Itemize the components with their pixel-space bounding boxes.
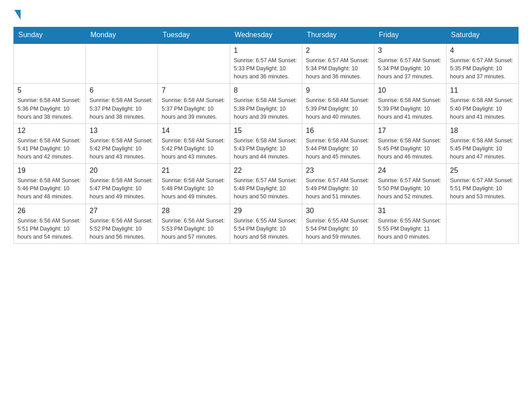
day-info: Sunrise: 6:58 AM Sunset: 5:37 PM Dayligh… bbox=[162, 96, 226, 120]
day-number: 18 bbox=[450, 127, 515, 135]
day-info: Sunrise: 6:56 AM Sunset: 5:53 PM Dayligh… bbox=[162, 217, 226, 241]
calendar-cell: 21Sunrise: 6:58 AM Sunset: 5:48 PM Dayli… bbox=[158, 164, 230, 204]
day-info: Sunrise: 6:58 AM Sunset: 5:42 PM Dayligh… bbox=[162, 137, 226, 161]
calendar-cell: 8Sunrise: 6:58 AM Sunset: 5:38 PM Daylig… bbox=[230, 84, 302, 124]
day-info: Sunrise: 6:58 AM Sunset: 5:44 PM Dayligh… bbox=[306, 137, 370, 161]
calendar-cell: 3Sunrise: 6:57 AM Sunset: 5:34 PM Daylig… bbox=[374, 43, 446, 84]
calendar-cell: 25Sunrise: 6:57 AM Sunset: 5:51 PM Dayli… bbox=[446, 164, 519, 204]
day-number: 10 bbox=[378, 86, 442, 94]
weekday-header-wednesday: Wednesday bbox=[230, 27, 302, 43]
weekday-header-thursday: Thursday bbox=[302, 27, 374, 43]
calendar-cell: 26Sunrise: 6:56 AM Sunset: 5:51 PM Dayli… bbox=[14, 204, 86, 244]
calendar-cell: 11Sunrise: 6:58 AM Sunset: 5:40 PM Dayli… bbox=[446, 84, 519, 124]
calendar-cell bbox=[158, 43, 230, 84]
day-info: Sunrise: 6:58 AM Sunset: 5:37 PM Dayligh… bbox=[90, 96, 154, 120]
day-number: 27 bbox=[90, 207, 154, 215]
day-info: Sunrise: 6:57 AM Sunset: 5:49 PM Dayligh… bbox=[306, 176, 370, 201]
day-info: Sunrise: 6:56 AM Sunset: 5:52 PM Dayligh… bbox=[90, 217, 154, 241]
day-number: 2 bbox=[306, 47, 370, 55]
calendar-cell: 19Sunrise: 6:58 AM Sunset: 5:46 PM Dayli… bbox=[14, 164, 86, 204]
day-number: 28 bbox=[162, 207, 226, 215]
calendar-week-row-2: 5Sunrise: 6:58 AM Sunset: 5:36 PM Daylig… bbox=[14, 84, 519, 124]
day-number: 23 bbox=[306, 167, 370, 175]
day-info: Sunrise: 6:55 AM Sunset: 5:55 PM Dayligh… bbox=[378, 217, 442, 241]
day-number: 26 bbox=[17, 207, 82, 215]
calendar-week-row-3: 12Sunrise: 6:58 AM Sunset: 5:41 PM Dayli… bbox=[14, 124, 519, 163]
weekday-header-saturday: Saturday bbox=[446, 27, 519, 43]
day-number: 3 bbox=[378, 47, 442, 55]
day-number: 15 bbox=[234, 127, 298, 135]
day-info: Sunrise: 6:58 AM Sunset: 5:41 PM Dayligh… bbox=[17, 137, 82, 161]
day-info: Sunrise: 6:58 AM Sunset: 5:38 PM Dayligh… bbox=[234, 96, 298, 120]
day-info: Sunrise: 6:57 AM Sunset: 5:51 PM Dayligh… bbox=[450, 176, 515, 201]
calendar-cell: 2Sunrise: 6:57 AM Sunset: 5:34 PM Daylig… bbox=[302, 43, 374, 84]
calendar-week-row-4: 19Sunrise: 6:58 AM Sunset: 5:46 PM Dayli… bbox=[14, 164, 519, 204]
page-header bbox=[13, 9, 519, 18]
day-info: Sunrise: 6:58 AM Sunset: 5:39 PM Dayligh… bbox=[306, 96, 370, 120]
day-number: 1 bbox=[234, 47, 298, 55]
day-info: Sunrise: 6:58 AM Sunset: 5:48 PM Dayligh… bbox=[162, 176, 226, 201]
calendar-cell: 6Sunrise: 6:58 AM Sunset: 5:37 PM Daylig… bbox=[86, 84, 158, 124]
day-number: 22 bbox=[234, 167, 298, 175]
calendar-cell: 24Sunrise: 6:57 AM Sunset: 5:50 PM Dayli… bbox=[374, 164, 446, 204]
weekday-header-friday: Friday bbox=[374, 27, 446, 43]
weekday-header-row: SundayMondayTuesdayWednesdayThursdayFrid… bbox=[14, 27, 519, 43]
day-info: Sunrise: 6:58 AM Sunset: 5:39 PM Dayligh… bbox=[378, 96, 442, 120]
day-number: 9 bbox=[306, 86, 370, 94]
day-info: Sunrise: 6:58 AM Sunset: 5:42 PM Dayligh… bbox=[90, 137, 154, 161]
day-number: 21 bbox=[162, 167, 226, 175]
calendar-table: SundayMondayTuesdayWednesdayThursdayFrid… bbox=[13, 27, 519, 244]
weekday-header-monday: Monday bbox=[86, 27, 158, 43]
day-number: 13 bbox=[90, 127, 154, 135]
calendar-cell: 28Sunrise: 6:56 AM Sunset: 5:53 PM Dayli… bbox=[158, 204, 230, 244]
day-info: Sunrise: 6:55 AM Sunset: 5:54 PM Dayligh… bbox=[234, 217, 298, 241]
day-info: Sunrise: 6:57 AM Sunset: 5:34 PM Dayligh… bbox=[378, 56, 442, 81]
calendar-cell: 10Sunrise: 6:58 AM Sunset: 5:39 PM Dayli… bbox=[374, 84, 446, 124]
day-number: 8 bbox=[234, 86, 298, 94]
calendar-cell: 9Sunrise: 6:58 AM Sunset: 5:39 PM Daylig… bbox=[302, 84, 374, 124]
day-number: 30 bbox=[306, 207, 370, 215]
day-number: 16 bbox=[306, 127, 370, 135]
day-info: Sunrise: 6:56 AM Sunset: 5:51 PM Dayligh… bbox=[17, 217, 82, 241]
day-number: 4 bbox=[450, 47, 515, 55]
calendar-cell bbox=[14, 43, 86, 84]
day-number: 12 bbox=[17, 127, 82, 135]
day-info: Sunrise: 6:58 AM Sunset: 5:46 PM Dayligh… bbox=[17, 176, 82, 201]
calendar-cell: 18Sunrise: 6:58 AM Sunset: 5:45 PM Dayli… bbox=[446, 124, 519, 163]
day-info: Sunrise: 6:57 AM Sunset: 5:34 PM Dayligh… bbox=[306, 56, 370, 81]
calendar-cell: 12Sunrise: 6:58 AM Sunset: 5:41 PM Dayli… bbox=[14, 124, 86, 163]
day-number: 19 bbox=[17, 167, 82, 175]
day-info: Sunrise: 6:57 AM Sunset: 5:50 PM Dayligh… bbox=[378, 176, 442, 201]
day-number: 20 bbox=[90, 167, 154, 175]
calendar-cell: 30Sunrise: 6:55 AM Sunset: 5:54 PM Dayli… bbox=[302, 204, 374, 244]
calendar-cell: 1Sunrise: 6:57 AM Sunset: 5:33 PM Daylig… bbox=[230, 43, 302, 84]
calendar-cell: 17Sunrise: 6:58 AM Sunset: 5:45 PM Dayli… bbox=[374, 124, 446, 163]
day-info: Sunrise: 6:58 AM Sunset: 5:45 PM Dayligh… bbox=[450, 137, 515, 161]
calendar-cell: 5Sunrise: 6:58 AM Sunset: 5:36 PM Daylig… bbox=[14, 84, 86, 124]
day-number: 25 bbox=[450, 167, 515, 175]
calendar-cell: 15Sunrise: 6:58 AM Sunset: 5:43 PM Dayli… bbox=[230, 124, 302, 163]
calendar-cell: 7Sunrise: 6:58 AM Sunset: 5:37 PM Daylig… bbox=[158, 84, 230, 124]
day-info: Sunrise: 6:58 AM Sunset: 5:45 PM Dayligh… bbox=[378, 137, 442, 161]
day-number: 7 bbox=[162, 86, 226, 94]
calendar-cell bbox=[446, 204, 519, 244]
calendar-cell: 16Sunrise: 6:58 AM Sunset: 5:44 PM Dayli… bbox=[302, 124, 374, 163]
day-info: Sunrise: 6:57 AM Sunset: 5:35 PM Dayligh… bbox=[450, 56, 515, 81]
weekday-header-tuesday: Tuesday bbox=[158, 27, 230, 43]
logo bbox=[13, 9, 21, 18]
day-info: Sunrise: 6:58 AM Sunset: 5:43 PM Dayligh… bbox=[234, 137, 298, 161]
day-info: Sunrise: 6:57 AM Sunset: 5:48 PM Dayligh… bbox=[234, 176, 298, 201]
calendar-cell: 23Sunrise: 6:57 AM Sunset: 5:49 PM Dayli… bbox=[302, 164, 374, 204]
day-number: 5 bbox=[17, 86, 82, 94]
day-info: Sunrise: 6:58 AM Sunset: 5:36 PM Dayligh… bbox=[17, 96, 82, 120]
calendar-cell: 14Sunrise: 6:58 AM Sunset: 5:42 PM Dayli… bbox=[158, 124, 230, 163]
day-info: Sunrise: 6:58 AM Sunset: 5:47 PM Dayligh… bbox=[90, 176, 154, 201]
logo-triangle-icon bbox=[14, 10, 21, 20]
day-info: Sunrise: 6:55 AM Sunset: 5:54 PM Dayligh… bbox=[306, 217, 370, 241]
day-info: Sunrise: 6:57 AM Sunset: 5:33 PM Dayligh… bbox=[234, 56, 298, 81]
calendar-cell: 13Sunrise: 6:58 AM Sunset: 5:42 PM Dayli… bbox=[86, 124, 158, 163]
calendar-cell: 31Sunrise: 6:55 AM Sunset: 5:55 PM Dayli… bbox=[374, 204, 446, 244]
calendar-cell: 29Sunrise: 6:55 AM Sunset: 5:54 PM Dayli… bbox=[230, 204, 302, 244]
calendar-week-row-1: 1Sunrise: 6:57 AM Sunset: 5:33 PM Daylig… bbox=[14, 43, 519, 84]
calendar-cell: 4Sunrise: 6:57 AM Sunset: 5:35 PM Daylig… bbox=[446, 43, 519, 84]
